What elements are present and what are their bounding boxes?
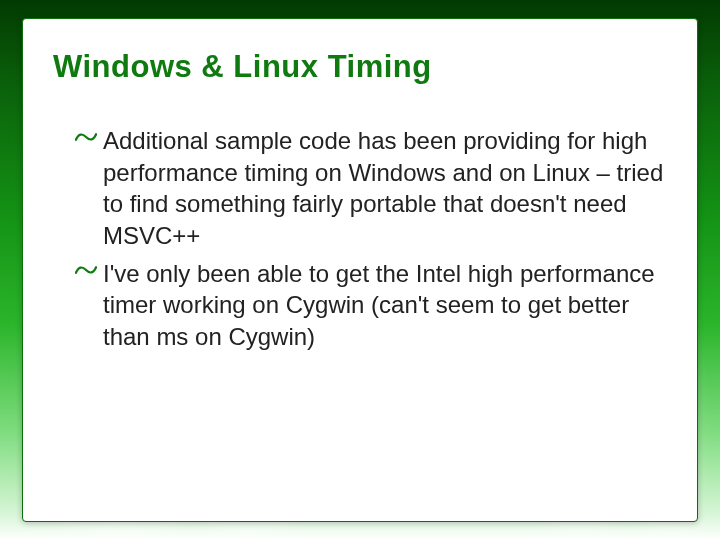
bullet-text: I've only been able to get the Intel hig… [103,260,655,350]
slide-body: Additional sample code has been providin… [53,125,667,353]
bullet-text: Additional sample code has been providin… [103,127,663,249]
slide-background: Windows & Linux Timing Additional sample… [0,0,720,540]
slide-title: Windows & Linux Timing [53,49,667,85]
tilde-bullet-icon [75,264,97,286]
list-item: I've only been able to get the Intel hig… [79,258,665,353]
list-item: Additional sample code has been providin… [79,125,665,252]
tilde-bullet-icon [75,131,97,153]
slide-card: Windows & Linux Timing Additional sample… [22,18,698,522]
